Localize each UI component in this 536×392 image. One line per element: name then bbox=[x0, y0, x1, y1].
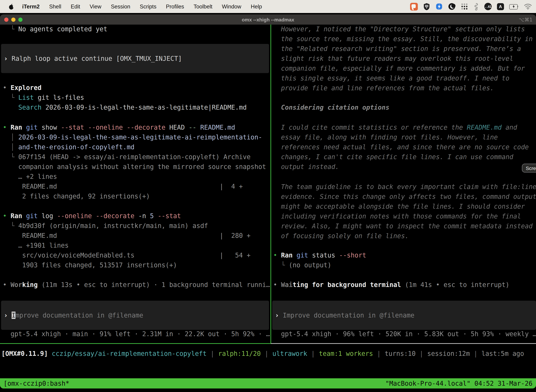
terminal-line: output instead. bbox=[273, 162, 339, 172]
terminal-line: • Waiting for background terminal (1m 41… bbox=[273, 280, 509, 290]
shield-grid-icon[interactable] bbox=[423, 3, 430, 10]
screen: iTerm2ShellEditViewSessionScriptsProfile… bbox=[0, 0, 536, 392]
terminal-line: … +2 lines bbox=[3, 172, 57, 182]
tmux-status-bar: [omx-cczip0:bash* "MacBook-Pro-44.local"… bbox=[0, 378, 536, 388]
terminal-line: └ List git ls-files bbox=[3, 93, 84, 103]
terminal-line: └ No agents completed yet bbox=[3, 25, 107, 34]
terminal-line: including verification notes with those … bbox=[273, 211, 521, 221]
pane-border-inactive bbox=[271, 343, 536, 344]
terminal-line: essay file, along with finding root file… bbox=[273, 132, 498, 142]
screen-share-overlay-button[interactable]: Scre bbox=[522, 164, 536, 173]
terminal-line: I could cite commit statistics or refere… bbox=[273, 123, 517, 132]
pane-border-active bbox=[0, 343, 271, 344]
terminal-line: • Working (11m 13s • esc to interrupt) ·… bbox=[3, 280, 270, 290]
prompt-input-box[interactable]: › Improve documentation in @filename bbox=[272, 301, 536, 330]
menu-items: iTerm2ShellEditViewSessionScriptsProfile… bbox=[22, 3, 262, 10]
terminal-line: references need actual files, and since … bbox=[273, 142, 529, 152]
bolt-diamond-icon[interactable] bbox=[436, 3, 443, 10]
terminal-pane-right[interactable]: However, I noticed the "Directory Struct… bbox=[272, 25, 536, 343]
terminal-line: │ and-the-erosion-of-copyleft.md bbox=[3, 142, 134, 152]
terminal-line: of focusing solely on file lines. bbox=[273, 231, 409, 241]
terminal-line: However, I noticed the "Directory Struct… bbox=[273, 25, 525, 34]
terminal-line: this single essay, it seems like a good … bbox=[273, 73, 509, 83]
terminal-line: README.md | 4 + bbox=[3, 182, 243, 191]
menu-item-toolbelt[interactable]: Toolbelt bbox=[194, 3, 212, 10]
terminal-line: • Explored bbox=[3, 83, 42, 93]
terminal-pane-left[interactable]: └ No agents completed yet› Ralph loop ac… bbox=[0, 25, 271, 343]
wifi-icon[interactable] bbox=[524, 4, 532, 9]
apple-menu-icon[interactable] bbox=[9, 3, 14, 10]
terminal-line: the source tree, missing the essay. Stil… bbox=[273, 34, 533, 44]
battery-charging-icon[interactable] bbox=[509, 4, 519, 9]
terminal-line: │ 2026-03-09-is-legal-the-same-as-legiti… bbox=[3, 132, 262, 142]
terminal-line: companion file, especially if more comme… bbox=[273, 64, 525, 73]
menu-item-session[interactable]: Session bbox=[111, 3, 130, 10]
tmux-host-clock-label: "MacBook-Pro-44.local" 04:52 31-Mar-26 bbox=[385, 380, 533, 387]
terminal-line: README.md | 280 + bbox=[3, 231, 251, 241]
terminal-line: evidence. Since this change only affects… bbox=[273, 192, 536, 202]
window-shortcut-badge: ⌥⌘1 bbox=[519, 17, 532, 22]
prompt-input-text: › Improve documentation in @filename bbox=[272, 310, 414, 320]
terminal-line: the "Related research writing" section i… bbox=[273, 44, 521, 54]
terminal-line: provide file and line references from th… bbox=[273, 83, 494, 93]
terminal-line: src/voice/voiceModeEnabled.ts | 54 + bbox=[3, 250, 251, 260]
terminal-line: The team guideline is to back every impo… bbox=[273, 182, 536, 192]
terminal-line: • Ran git status --short bbox=[273, 250, 366, 260]
terminal-line: companion analysis without altering the … bbox=[3, 162, 266, 172]
terminal-line: └ 4b9d30f (origin/main, instructkr/main,… bbox=[3, 221, 208, 231]
menu-item-view[interactable]: View bbox=[90, 3, 101, 10]
battery-percent-label: ..61 bbox=[484, 3, 492, 10]
terminal-line: changes, I can't cite specific file line… bbox=[273, 152, 513, 162]
menu-item-iterm2[interactable]: iTerm2 bbox=[22, 3, 40, 10]
terminal-line: review. Also, I might want to inspect th… bbox=[273, 221, 533, 231]
squiggle-icon[interactable] bbox=[474, 3, 479, 10]
dots-grid-icon[interactable] bbox=[461, 3, 468, 10]
terminal-line: Considering citation options bbox=[273, 103, 389, 112]
omx-status-line: [OMX#0.11.9] cczip/essay/ai-reimplementa… bbox=[1, 349, 524, 359]
prompt-input-text: › Improve documentation in @filename bbox=[1, 310, 143, 320]
terminal-line: └ 067f154 (HEAD -> essay/ai-reimplementa… bbox=[3, 152, 251, 162]
prompt-input-box[interactable]: › Improve documentation in @filename bbox=[1, 301, 269, 330]
pane-divider[interactable] bbox=[270, 25, 271, 343]
menu-item-shell[interactable]: Shell bbox=[49, 3, 61, 10]
terminal-line: 2 files changed, 92 insertions(+) bbox=[3, 191, 150, 201]
pie-circle-icon[interactable] bbox=[448, 3, 455, 10]
letter-a-icon[interactable]: A bbox=[497, 3, 504, 10]
terminal-line: might be acceptable alongside the file l… bbox=[273, 202, 525, 211]
terminal-line: slight risk that future readers may over… bbox=[273, 54, 513, 64]
terminal-line: 1903 files changed, 513517 insertions(+) bbox=[3, 260, 177, 270]
window-title-bar[interactable]: omx --xhigh --madmax ⌥⌘1 bbox=[0, 14, 536, 25]
screen-share-overlay-label: Scre bbox=[526, 165, 536, 171]
chat-app-icon[interactable] bbox=[410, 3, 418, 10]
letter-a-label: A bbox=[497, 3, 504, 10]
terminal-line: Search 2026-03-09-is-legal-the-same-as-l… bbox=[3, 103, 247, 112]
prompt-input-text: › Ralph loop active continue [OMX_TMUX_I… bbox=[1, 54, 182, 63]
menu-bar: iTerm2ShellEditViewSessionScriptsProfile… bbox=[0, 0, 536, 13]
menu-status-icons: ..61 A bbox=[410, 3, 532, 10]
tmux-session-label: [omx-cczip0:bash* bbox=[4, 380, 69, 387]
terminal-line: • Ran git log --oneline --decorate -n 5 … bbox=[3, 211, 181, 221]
terminal-line: • Ran git show --stat --oneline --decora… bbox=[3, 123, 235, 132]
window-title: omx --xhigh --madmax bbox=[0, 17, 536, 22]
prompt-input-box[interactable]: › Ralph loop active continue [OMX_TMUX_I… bbox=[1, 44, 269, 73]
terminal-line: └ (no output) bbox=[273, 260, 331, 270]
battery-percent-icon[interactable]: ..61 bbox=[484, 3, 492, 10]
menu-item-scripts[interactable]: Scripts bbox=[140, 3, 157, 10]
terminal-line: gpt-5.4 xhigh · 96% left · 520K in · 5.8… bbox=[273, 329, 536, 339]
menu-item-window[interactable]: Window bbox=[222, 3, 241, 10]
menu-item-edit[interactable]: Edit bbox=[71, 3, 80, 10]
menu-item-help[interactable]: Help bbox=[251, 3, 262, 10]
terminal-line: gpt-5.4 xhigh · main · 91% left · 2.31M … bbox=[3, 329, 270, 339]
menu-item-profiles[interactable]: Profiles bbox=[166, 3, 184, 10]
terminal-line: … +1901 lines bbox=[3, 241, 69, 250]
